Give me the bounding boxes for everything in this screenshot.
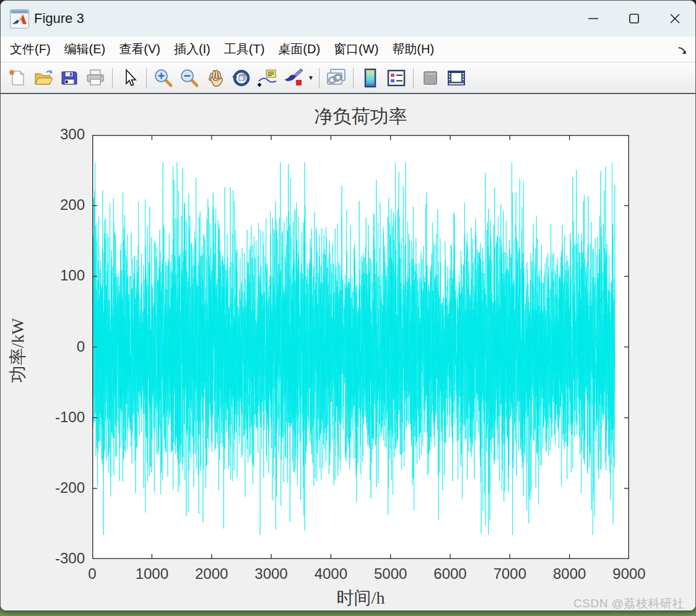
insert-legend-button[interactable]: [383, 66, 409, 90]
brush-icon: [283, 67, 304, 89]
menu-help[interactable]: 帮助(H): [385, 37, 441, 61]
zoom-out-button[interactable]: [176, 66, 202, 90]
x-tick-label: 3000: [237, 565, 305, 583]
x-tick-label: 7000: [476, 565, 544, 583]
hide-plot-tools-icon: [421, 69, 440, 87]
menu-desktop[interactable]: 桌面(D): [271, 37, 327, 61]
link-plot-icon: [326, 67, 347, 89]
pan-button[interactable]: [202, 66, 228, 90]
new-figure-button[interactable]: [4, 66, 30, 90]
maximize-button[interactable]: [614, 4, 655, 33]
print-figure-icon: [85, 67, 106, 89]
brush-dropdown-arrow[interactable]: ▼: [307, 66, 315, 90]
open-file-button[interactable]: [30, 66, 56, 90]
plot-title: 净负荷功率: [92, 104, 629, 129]
legend-icon: [386, 67, 407, 89]
menu-window[interactable]: 窗口(W): [327, 37, 385, 61]
toolbar-separator: [319, 68, 320, 88]
arrow-cursor-icon: [120, 68, 139, 88]
close-icon: [668, 12, 682, 25]
figure-window: Figure 3 文件(F) 编辑(E) 查看(V): [0, 0, 696, 611]
rotate-3d-icon: [231, 67, 252, 89]
minimize-button[interactable]: [573, 4, 614, 33]
title-bar: Figure 3: [1, 1, 695, 37]
y-tick-label: -200: [25, 479, 85, 497]
series-line: [92, 163, 615, 536]
y-tick-label: -100: [25, 409, 85, 426]
toolbar-separator: [112, 68, 113, 88]
toolbar-separator: [146, 68, 147, 88]
y-tick-label: 300: [25, 126, 85, 143]
matlab-icon: [10, 9, 29, 28]
plot-area[interactable]: [92, 135, 629, 559]
toolbar: ▼: [1, 63, 695, 94]
x-tick-label: 6000: [416, 565, 484, 583]
window-controls: [573, 1, 695, 37]
x-tick-label: 4000: [297, 565, 365, 583]
menu-insert[interactable]: 插入(I): [167, 37, 217, 61]
minimize-icon: [586, 12, 600, 25]
rotate-3d-button[interactable]: [228, 66, 254, 90]
brush-button[interactable]: [281, 66, 307, 90]
window-title: Figure 3: [34, 11, 84, 27]
menu-file[interactable]: 文件(F): [3, 37, 58, 61]
menu-edit[interactable]: 编辑(E): [58, 37, 113, 61]
toolbar-separator: [353, 68, 354, 88]
dock-figure-button[interactable]: [443, 66, 469, 90]
maximize-icon: [627, 12, 641, 25]
y-tick-label: -300: [25, 550, 85, 567]
new-figure-icon: [7, 68, 27, 88]
edit-plot-button[interactable]: [116, 66, 142, 90]
toolbar-separator: [413, 68, 414, 88]
insert-colorbar-button[interactable]: [357, 66, 383, 90]
menu-tools[interactable]: 工具(T): [217, 37, 272, 61]
y-tick-label: 100: [25, 267, 85, 284]
link-plot-button[interactable]: [323, 66, 349, 90]
y-tick-label: 0: [25, 338, 85, 355]
colorbar-icon: [361, 67, 380, 89]
save-figure-button[interactable]: [56, 66, 82, 90]
menu-view[interactable]: 查看(V): [112, 37, 167, 61]
zoom-in-button[interactable]: [150, 66, 176, 90]
dock-figure-icon: [446, 67, 467, 89]
x-tick-label: 2000: [178, 565, 246, 583]
x-tick-label: 8000: [536, 565, 604, 583]
y-axis-label: 功率/kW: [6, 295, 30, 406]
close-button[interactable]: [655, 4, 695, 33]
x-tick-label: 1000: [118, 565, 186, 583]
zoom-in-icon: [153, 67, 174, 89]
x-tick-label: 0: [58, 565, 126, 583]
chart-svg: [92, 135, 629, 559]
save-figure-icon: [59, 68, 79, 88]
dock-arrow-icon[interactable]: [677, 44, 689, 56]
hide-plot-tools-button: [417, 66, 443, 90]
figure-canvas: 净负荷功率 0100020003000400050006000700080009…: [1, 94, 695, 610]
pan-hand-icon: [205, 67, 226, 89]
menu-bar: 文件(F) 编辑(E) 查看(V) 插入(I) 工具(T) 桌面(D) 窗口(W…: [1, 37, 695, 63]
open-file-icon: [33, 67, 54, 89]
x-tick-label: 5000: [357, 565, 425, 583]
x-axis-label: 时间/h: [92, 586, 629, 610]
data-cursor-button[interactable]: [254, 66, 281, 90]
print-figure-button[interactable]: [82, 66, 108, 90]
zoom-out-icon: [179, 67, 200, 89]
watermark: CSDN @荔枝科研社: [573, 596, 684, 611]
x-tick-label: 9000: [595, 565, 663, 583]
data-cursor-icon: [257, 67, 278, 89]
y-tick-label: 200: [25, 196, 85, 214]
